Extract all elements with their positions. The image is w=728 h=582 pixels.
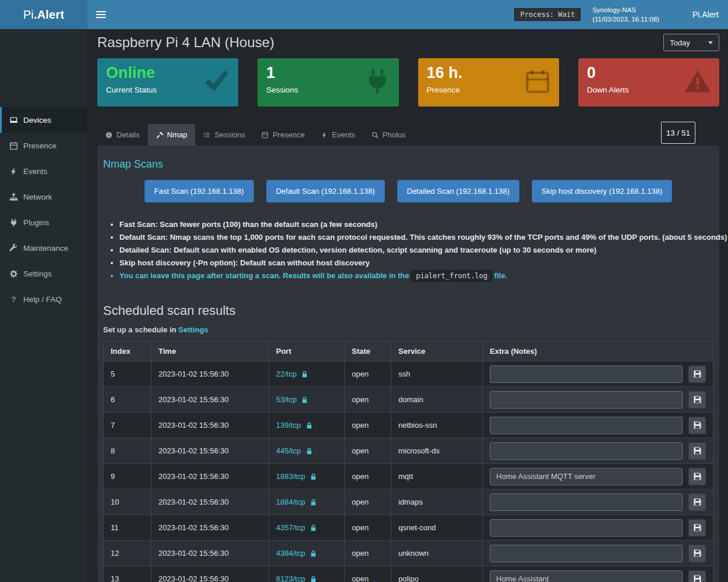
note-input[interactable] xyxy=(490,468,683,485)
floppy-icon xyxy=(693,421,702,430)
time-cell: 2023-01-02 15:56:30 xyxy=(151,361,269,387)
default-scan-button[interactable]: Default Scan (192.168.1.138) xyxy=(266,180,385,203)
summary-card-down-alerts[interactable]: 0Down Alerts xyxy=(578,58,719,107)
index-cell: 5 xyxy=(104,361,151,387)
sidebar-item-network[interactable]: Network xyxy=(0,184,87,210)
state-cell: open xyxy=(345,464,391,489)
floppy-icon xyxy=(693,574,702,582)
page-title: Raspberry Pi 4 LAN (House) xyxy=(97,34,274,51)
sidebar-item-help[interactable]: ?Help / FAQ xyxy=(0,286,87,312)
note-input[interactable] xyxy=(490,570,683,582)
sidebar-item-plugins[interactable]: Plugins xyxy=(0,210,87,235)
save-note-button[interactable] xyxy=(688,417,706,434)
tab-nmap[interactable]: Nmap xyxy=(148,124,196,146)
lock-icon xyxy=(310,473,317,480)
sidebar-item-presence[interactable]: Presence xyxy=(0,133,87,158)
port-link[interactable]: 8123/tcp xyxy=(276,574,317,582)
scan-result-row: 82023-01-02 15:56:30445/tcpopenmicrosoft… xyxy=(104,438,713,464)
column-header: Port xyxy=(269,342,345,361)
sidebar-item-maintenance[interactable]: Maintenance xyxy=(0,235,87,261)
top-navbar: Pi.Alert Process: Wait Synology-NAS (11/… xyxy=(0,0,728,29)
save-note-button[interactable] xyxy=(688,494,706,511)
note-input[interactable] xyxy=(490,365,683,383)
page-header: Raspberry Pi 4 LAN (House) Today xyxy=(97,34,719,51)
floppy-icon xyxy=(693,472,702,481)
service-cell: polipo xyxy=(391,566,483,582)
service-cell: ssh xyxy=(391,361,483,387)
host-info: Synology-NAS (11/03/2023, 16:11:08) xyxy=(592,5,659,24)
state-cell: open xyxy=(345,413,391,438)
skip-host-discovery-button[interactable]: Skip host discovery (192.168.1.138) xyxy=(532,180,672,203)
host-timestamp: (11/03/2023, 16:11:08) xyxy=(592,15,659,24)
plug-icon xyxy=(364,68,391,95)
port-cell: 1884/tcp xyxy=(269,489,345,515)
tab-pholus[interactable]: Pholus xyxy=(363,124,414,146)
tab-sessions[interactable]: Sessions xyxy=(195,124,253,146)
note-input[interactable] xyxy=(490,391,683,409)
menu-toggle-icon[interactable] xyxy=(87,0,114,29)
note-input[interactable] xyxy=(490,519,683,537)
sidebar-item-settings[interactable]: Settings xyxy=(0,261,87,286)
detailed-scan-button[interactable]: Detailed Scan (192.168.1.138) xyxy=(397,180,520,203)
sidebar-item-events[interactable]: Events xyxy=(0,158,87,184)
port-link[interactable]: 53/tcp xyxy=(276,395,308,404)
nmap-tab-panel: Nmap Scans Fast Scan (192.168.1.138)Defa… xyxy=(97,146,719,582)
bolt-icon xyxy=(321,132,328,139)
note-input[interactable] xyxy=(490,494,683,511)
note-input[interactable] xyxy=(490,417,683,434)
save-note-button[interactable] xyxy=(688,442,706,460)
note-input[interactable] xyxy=(490,442,683,460)
user-menu[interactable]: Pi.Alert xyxy=(671,8,719,21)
port-link[interactable]: 4384/tcp xyxy=(276,549,317,558)
port-cell: 4384/tcp xyxy=(269,541,345,566)
index-cell: 10 xyxy=(104,489,151,515)
summary-card-sessions[interactable]: 1Sessions xyxy=(257,58,398,107)
scan-result-row: 62023-01-02 15:56:3053/tcpopendomain xyxy=(104,387,713,413)
scan-notes: Fast Scan: Scan fewer ports (100) than t… xyxy=(107,220,713,280)
save-note-button[interactable] xyxy=(688,545,706,562)
port-link[interactable]: 1883/tcp xyxy=(276,472,317,481)
notes-cell xyxy=(483,566,713,582)
service-cell: idmaps xyxy=(391,489,483,515)
port-link[interactable]: 445/tcp xyxy=(276,446,313,455)
note-input[interactable] xyxy=(490,545,683,562)
index-cell: 13 xyxy=(104,566,151,582)
tab-details[interactable]: Details xyxy=(97,124,148,146)
state-cell: open xyxy=(345,541,391,566)
lock-icon xyxy=(310,524,317,531)
tab-events[interactable]: Events xyxy=(313,124,363,146)
fast-scan-button[interactable]: Fast Scan (192.168.1.138) xyxy=(144,180,254,203)
period-select[interactable]: Today xyxy=(663,34,719,51)
summary-card-current-status[interactable]: OnlineCurrent Status xyxy=(97,58,238,107)
app-logo[interactable]: Pi.Alert xyxy=(0,0,87,29)
save-note-button[interactable] xyxy=(688,468,706,485)
lock-icon xyxy=(310,550,317,557)
save-note-button[interactable] xyxy=(688,391,706,409)
port-link[interactable]: 139/tcp xyxy=(276,421,313,430)
chevron-left-icon xyxy=(644,129,652,137)
summary-cards: OnlineCurrent Status1Sessions16 h.Presen… xyxy=(97,58,719,107)
laptop-icon xyxy=(9,116,18,125)
port-link[interactable]: 22/tcp xyxy=(276,370,308,378)
previous-device-button[interactable] xyxy=(637,122,659,144)
next-device-button[interactable] xyxy=(697,122,719,144)
port-cell: 445/tcp xyxy=(269,438,345,464)
index-cell: 12 xyxy=(104,541,151,566)
sidebar-item-devices[interactable]: Devices xyxy=(0,107,87,133)
port-link[interactable]: 4357/tcp xyxy=(276,523,317,532)
save-note-button[interactable] xyxy=(688,365,706,383)
sidebar-logo xyxy=(0,29,87,107)
port-label: 1884/tcp xyxy=(276,498,305,506)
save-note-button[interactable] xyxy=(688,570,706,582)
summary-card-presence[interactable]: 16 h.Presence xyxy=(418,58,559,107)
notes-cell xyxy=(483,489,713,515)
settings-link[interactable]: Settings xyxy=(178,325,208,334)
tab-presence[interactable]: Presence xyxy=(253,124,313,146)
state-cell: open xyxy=(345,361,391,387)
check-icon xyxy=(203,68,230,95)
time-cell: 2023-01-02 15:56:30 xyxy=(151,489,269,515)
notes-cell xyxy=(483,387,713,413)
tab-label: Nmap xyxy=(167,130,188,139)
save-note-button[interactable] xyxy=(688,519,706,537)
port-link[interactable]: 1884/tcp xyxy=(276,498,317,506)
